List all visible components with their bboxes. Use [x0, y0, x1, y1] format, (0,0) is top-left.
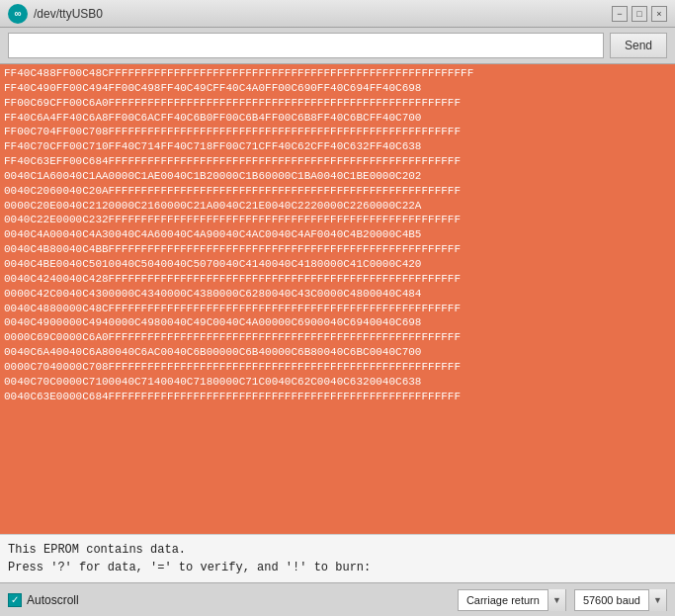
minimize-button[interactable]: −: [612, 6, 628, 22]
serial-line: 0040C4B80040C4BBFFFFFFFFFFFFFFFFFFFFFFFF…: [4, 242, 671, 257]
window-controls: − □ ×: [612, 6, 667, 22]
serial-line: 0000C20E0040C2120000C2160000C21A0040C21E…: [4, 199, 671, 214]
serial-line: 0040C4BE0040C5010040C5040040C5070040C414…: [4, 257, 671, 272]
serial-output: FF40C488FF00C48CFFFFFFFFFFFFFFFFFFFFFFFF…: [0, 64, 675, 534]
line-ending-value: Carriage return: [459, 594, 548, 606]
toolbar: Send: [0, 28, 675, 64]
serial-line: 0040C22E0000C232FFFFFFFFFFFFFFFFFFFFFFFF…: [4, 213, 671, 227]
serial-line: 0040C6A40040C6A80040C6AC0040C6B00000C6B4…: [4, 345, 671, 360]
serial-line: 0040C63E0000C684FFFFFFFFFFFFFFFFFFFFFFFF…: [4, 390, 671, 404]
serial-line: FF40C490FF00C494FF00C498FF40C49CFF40C4A0…: [4, 81, 671, 96]
serial-line: 0040C4900000C4940000C4980040C49C0040C4A0…: [4, 315, 671, 330]
serial-line: 0040C4A00040C4A30040C4A60040C4A90040C4AC…: [4, 227, 671, 242]
status-bar: ✓ Autoscroll Carriage return ▼ 57600 bau…: [0, 582, 675, 616]
serial-line: 0000C42C0040C4300000C4340000C4380000C628…: [4, 287, 671, 302]
serial-line: FF00C69CFF00C6A0FFFFFFFFFFFFFFFFFFFFFFFF…: [4, 96, 671, 111]
message-input[interactable]: [8, 33, 604, 58]
window-title: /dev/ttyUSB0: [34, 7, 103, 21]
serial-line: FF40C63EFF00C684FFFFFFFFFFFFFFFFFFFFFFFF…: [4, 154, 671, 169]
maximize-button[interactable]: □: [632, 6, 647, 22]
serial-line: 0040C4240040C428FFFFFFFFFFFFFFFFFFFFFFFF…: [4, 272, 671, 287]
close-button[interactable]: ×: [651, 6, 667, 22]
line-ending-arrow-icon[interactable]: ▼: [548, 589, 565, 611]
serial-line: 0000C7040000C708FFFFFFFFFFFFFFFFFFFFFFFF…: [4, 360, 671, 375]
title-bar: ∞ /dev/ttyUSB0 − □ ×: [0, 0, 675, 28]
send-button[interactable]: Send: [610, 33, 667, 58]
serial-line: 0040C4880000C48CFFFFFFFFFFFFFFFFFFFFFFFF…: [4, 302, 671, 316]
autoscroll-label: Autoscroll: [27, 593, 79, 607]
serial-line: 0040C2060040C20AFFFFFFFFFFFFFFFFFFFFFFFF…: [4, 184, 671, 199]
serial-line: FF40C6A4FF40C6A8FF00C6ACFF40C6B0FF00C6B4…: [4, 111, 671, 126]
serial-line: 0040C1A60040C1AA0000C1AE0040C1B20000C1B6…: [4, 169, 671, 184]
serial-line: 0040C70C0000C7100040C7140040C7180000C71C…: [4, 375, 671, 390]
title-bar-left: ∞ /dev/ttyUSB0: [8, 4, 103, 24]
serial-line: FF40C488FF00C48CFFFFFFFFFFFFFFFFFFFFFFFF…: [4, 66, 671, 81]
autoscroll-checkbox[interactable]: ✓: [8, 593, 22, 607]
serial-line: FF40C70CFF00C710FF40C714FF40C718FF00C71C…: [4, 139, 671, 154]
baud-rate-dropdown[interactable]: 57600 baud ▼: [574, 589, 667, 611]
serial-line: FF00C704FF00C708FFFFFFFFFFFFFFFFFFFFFFFF…: [4, 125, 671, 139]
baud-rate-value: 57600 baud: [575, 594, 648, 606]
text-output-area: This EPROM contains data. Press '?' for …: [0, 534, 675, 582]
line-ending-dropdown[interactable]: Carriage return ▼: [458, 589, 566, 611]
serial-line: 0000C69C0000C6A0FFFFFFFFFFFFFFFFFFFFFFFF…: [4, 330, 671, 345]
autoscroll-control[interactable]: ✓ Autoscroll: [8, 593, 79, 607]
arduino-logo-icon: ∞: [8, 4, 28, 24]
baud-rate-arrow-icon[interactable]: ▼: [648, 589, 666, 611]
